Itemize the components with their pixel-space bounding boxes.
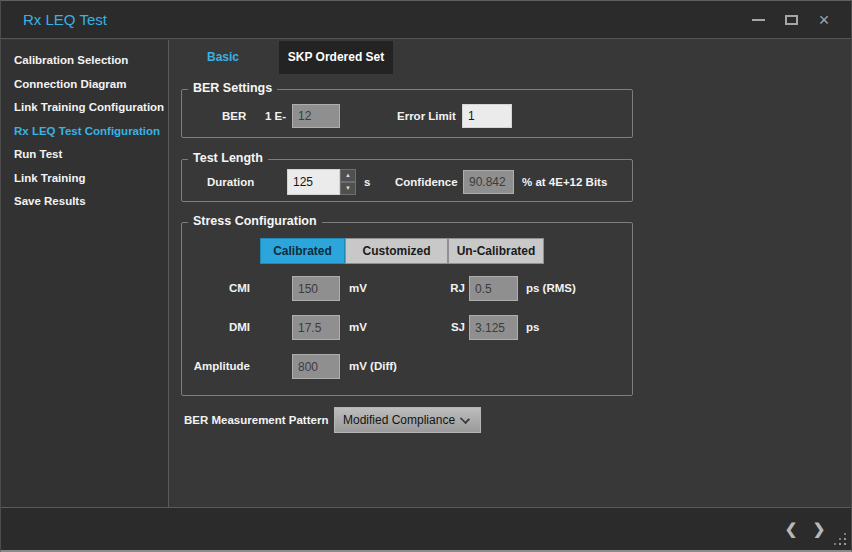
- un-calibrated-button[interactable]: Un-Calibrated: [448, 238, 544, 264]
- cmi-label: CMI: [192, 276, 250, 301]
- stress-configuration-title: Stress Configuration: [188, 214, 322, 228]
- rj-unit: ps (RMS): [526, 276, 576, 301]
- sj-input: [469, 315, 518, 340]
- ber-exponent-prefix: 1 E-: [265, 104, 286, 128]
- sidebar-item-link-training[interactable]: Link Training: [1, 167, 168, 191]
- ber-settings-group: BER Settings BER 1 E- Error Limit: [181, 89, 633, 138]
- cmi-input: [292, 276, 340, 301]
- amplitude-label: Amplitude: [192, 354, 250, 379]
- sidebar-item-link-training-configuration[interactable]: Link Training Configuration: [1, 96, 168, 120]
- sidebar: Calibration Selection Connection Diagram…: [1, 40, 169, 510]
- error-limit-input[interactable]: [462, 104, 512, 128]
- test-length-title: Test Length: [188, 151, 268, 165]
- amplitude-unit: mV (Diff): [349, 354, 397, 379]
- maximize-icon: [785, 15, 798, 25]
- chevron-down-icon: [460, 414, 470, 424]
- minimize-icon: [752, 19, 765, 21]
- spin-down-button[interactable]: ▼: [340, 182, 356, 195]
- maximize-button[interactable]: [778, 1, 804, 38]
- customized-button[interactable]: Customized: [345, 238, 448, 264]
- ber-measurement-pattern-dropdown[interactable]: Modified Compliance: [334, 407, 481, 433]
- ber-measurement-pattern-label: BER Measurement Pattern: [184, 407, 328, 433]
- tab-basic[interactable]: Basic: [191, 41, 255, 73]
- confidence-label: Confidence: [395, 169, 458, 195]
- close-button[interactable]: ×: [811, 1, 837, 38]
- footer-bar: ❮ ❯: [1, 507, 851, 550]
- duration-spinner: ▲ ▼: [340, 169, 356, 195]
- confidence-suffix: % at 4E+12 Bits: [522, 169, 607, 195]
- ber-exponent-input: [292, 104, 340, 128]
- spin-up-icon: ▲: [345, 172, 351, 178]
- dmi-unit: mV: [349, 315, 367, 340]
- close-icon: ×: [819, 11, 830, 29]
- sidebar-item-rx-leq-test-configuration[interactable]: Rx LEQ Test Configuration: [1, 120, 168, 144]
- duration-label: Duration: [207, 169, 254, 195]
- sj-label: SJ: [412, 315, 465, 340]
- cmi-unit: mV: [349, 276, 367, 301]
- spin-up-button[interactable]: ▲: [340, 169, 356, 182]
- sidebar-item-save-results[interactable]: Save Results: [1, 190, 168, 214]
- confidence-input: [463, 170, 514, 194]
- rj-label: RJ: [412, 276, 465, 301]
- ber-label: BER: [222, 104, 246, 128]
- duration-input[interactable]: [287, 169, 340, 195]
- ber-settings-title: BER Settings: [188, 81, 277, 95]
- error-limit-label: Error Limit: [397, 104, 456, 128]
- main-content: Basic SKP Ordered Set BER Settings BER 1…: [170, 40, 852, 510]
- spin-down-icon: ▼: [345, 185, 351, 191]
- rj-input: [469, 276, 518, 301]
- dmi-input: [292, 315, 340, 340]
- duration-unit: s: [364, 169, 370, 195]
- resize-grip[interactable]: [844, 543, 846, 545]
- title-bar: Rx LEQ Test ×: [1, 1, 851, 39]
- amplitude-input: [292, 354, 340, 379]
- tab-skp-ordered-set[interactable]: SKP Ordered Set: [279, 41, 393, 74]
- sidebar-item-run-test[interactable]: Run Test: [1, 143, 168, 167]
- test-length-group: Test Length Duration ▲ ▼ s Confidence % …: [181, 159, 633, 202]
- calibrated-button[interactable]: Calibrated: [260, 238, 345, 264]
- sidebar-item-calibration-selection[interactable]: Calibration Selection: [1, 49, 168, 73]
- minimize-button[interactable]: [745, 1, 771, 38]
- stress-configuration-group: Stress Configuration Calibrated Customiz…: [181, 222, 633, 396]
- sj-unit: ps: [526, 315, 539, 340]
- window-title: Rx LEQ Test: [23, 1, 107, 39]
- next-page-button[interactable]: ❯: [809, 517, 829, 541]
- dropdown-selected-value: Modified Compliance: [343, 408, 455, 432]
- sidebar-item-connection-diagram[interactable]: Connection Diagram: [1, 73, 168, 97]
- prev-page-button[interactable]: ❮: [781, 517, 801, 541]
- app-window: Rx LEQ Test × Calibration Selection Conn…: [0, 0, 852, 552]
- dmi-label: DMI: [192, 315, 250, 340]
